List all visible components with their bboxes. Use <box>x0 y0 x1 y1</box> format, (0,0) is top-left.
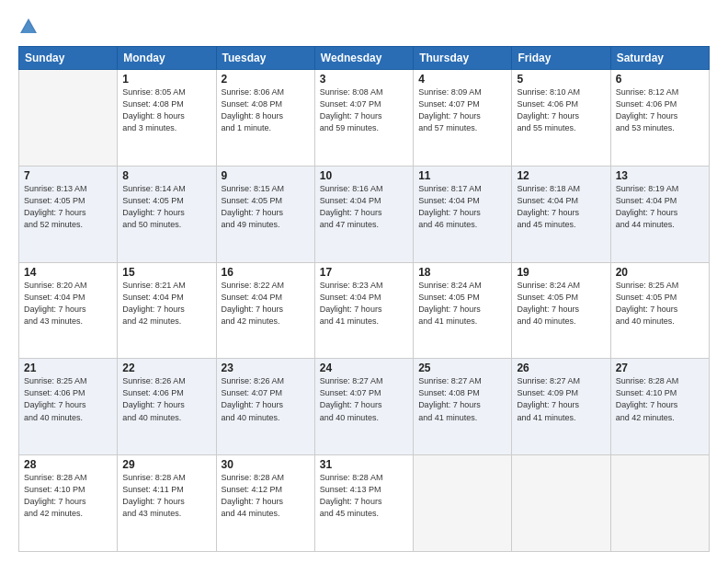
day-info: Sunrise: 8:17 AM Sunset: 4:04 PM Dayligh… <box>418 183 506 231</box>
day-number: 26 <box>517 362 605 374</box>
day-info: Sunrise: 8:26 AM Sunset: 4:06 PM Dayligh… <box>122 375 210 423</box>
logo <box>18 17 42 37</box>
day-number: 10 <box>320 169 408 182</box>
calendar-cell: 9Sunrise: 8:15 AM Sunset: 4:05 PM Daylig… <box>216 166 314 262</box>
calendar-cell: 29Sunrise: 8:28 AM Sunset: 4:11 PM Dayli… <box>118 455 216 552</box>
day-number: 4 <box>418 73 506 86</box>
weekday-header-monday: Monday <box>118 47 216 70</box>
day-number: 1 <box>122 73 210 86</box>
day-number: 29 <box>122 458 210 471</box>
day-info: Sunrise: 8:24 AM Sunset: 4:05 PM Dayligh… <box>418 280 506 327</box>
day-number: 20 <box>616 266 704 279</box>
day-number: 27 <box>616 362 704 374</box>
header <box>18 17 710 37</box>
logo-icon <box>18 17 39 37</box>
calendar-cell: 23Sunrise: 8:26 AM Sunset: 4:07 PM Dayli… <box>216 359 314 455</box>
calendar-cell: 13Sunrise: 8:19 AM Sunset: 4:04 PM Dayli… <box>610 166 709 262</box>
day-number: 13 <box>616 169 704 182</box>
day-number: 28 <box>24 458 112 471</box>
day-number: 19 <box>517 266 605 279</box>
day-info: Sunrise: 8:19 AM Sunset: 4:04 PM Dayligh… <box>616 183 704 231</box>
day-number: 16 <box>222 266 310 279</box>
calendar-cell: 8Sunrise: 8:14 AM Sunset: 4:05 PM Daylig… <box>118 166 216 262</box>
day-info: Sunrise: 8:12 AM Sunset: 4:06 PM Dayligh… <box>616 86 704 134</box>
day-number: 11 <box>418 169 506 182</box>
day-number: 17 <box>320 266 408 279</box>
day-number: 3 <box>320 73 408 86</box>
day-info: Sunrise: 8:28 AM Sunset: 4:10 PM Dayligh… <box>24 472 112 520</box>
calendar-cell: 10Sunrise: 8:16 AM Sunset: 4:04 PM Dayli… <box>314 166 413 262</box>
calendar-cell: 30Sunrise: 8:28 AM Sunset: 4:12 PM Dayli… <box>216 455 314 552</box>
calendar-cell: 11Sunrise: 8:17 AM Sunset: 4:04 PM Dayli… <box>414 166 512 262</box>
calendar-cell: 20Sunrise: 8:25 AM Sunset: 4:05 PM Dayli… <box>610 262 709 359</box>
day-number: 8 <box>122 169 210 182</box>
calendar-cell: 14Sunrise: 8:20 AM Sunset: 4:04 PM Dayli… <box>19 262 118 359</box>
calendar-cell: 4Sunrise: 8:09 AM Sunset: 4:07 PM Daylig… <box>414 70 512 167</box>
day-number: 22 <box>122 362 210 374</box>
week-row-1: 1Sunrise: 8:05 AM Sunset: 4:08 PM Daylig… <box>19 70 710 167</box>
day-number: 6 <box>616 73 704 86</box>
day-info: Sunrise: 8:26 AM Sunset: 4:07 PM Dayligh… <box>222 375 310 423</box>
weekday-header-saturday: Saturday <box>610 47 709 70</box>
week-row-3: 14Sunrise: 8:20 AM Sunset: 4:04 PM Dayli… <box>19 262 710 359</box>
day-info: Sunrise: 8:14 AM Sunset: 4:05 PM Dayligh… <box>122 183 210 231</box>
calendar-cell: 7Sunrise: 8:13 AM Sunset: 4:05 PM Daylig… <box>19 166 118 262</box>
calendar-cell: 17Sunrise: 8:23 AM Sunset: 4:04 PM Dayli… <box>314 262 413 359</box>
day-info: Sunrise: 8:23 AM Sunset: 4:04 PM Dayligh… <box>320 280 408 327</box>
calendar-cell: 25Sunrise: 8:27 AM Sunset: 4:08 PM Dayli… <box>414 359 512 455</box>
calendar-cell: 19Sunrise: 8:24 AM Sunset: 4:05 PM Dayli… <box>512 262 610 359</box>
calendar-cell: 24Sunrise: 8:27 AM Sunset: 4:07 PM Dayli… <box>314 359 413 455</box>
calendar-cell <box>610 455 709 552</box>
day-info: Sunrise: 8:28 AM Sunset: 4:11 PM Dayligh… <box>122 472 210 520</box>
calendar-cell: 15Sunrise: 8:21 AM Sunset: 4:04 PM Dayli… <box>118 262 216 359</box>
day-info: Sunrise: 8:15 AM Sunset: 4:05 PM Dayligh… <box>222 183 310 231</box>
weekday-header-tuesday: Tuesday <box>216 47 314 70</box>
day-info: Sunrise: 8:22 AM Sunset: 4:04 PM Dayligh… <box>222 280 310 327</box>
day-info: Sunrise: 8:06 AM Sunset: 4:08 PM Dayligh… <box>222 86 310 134</box>
week-row-5: 28Sunrise: 8:28 AM Sunset: 4:10 PM Dayli… <box>19 455 710 552</box>
calendar-table: SundayMondayTuesdayWednesdayThursdayFrid… <box>18 46 710 552</box>
calendar-cell: 1Sunrise: 8:05 AM Sunset: 4:08 PM Daylig… <box>118 70 216 167</box>
day-info: Sunrise: 8:25 AM Sunset: 4:06 PM Dayligh… <box>24 375 112 423</box>
day-number: 25 <box>418 362 506 374</box>
weekday-header-sunday: Sunday <box>19 47 118 70</box>
calendar-cell <box>414 455 512 552</box>
calendar-cell: 28Sunrise: 8:28 AM Sunset: 4:10 PM Dayli… <box>19 455 118 552</box>
day-number: 7 <box>24 169 112 182</box>
calendar-cell: 21Sunrise: 8:25 AM Sunset: 4:06 PM Dayli… <box>19 359 118 455</box>
weekday-header-wednesday: Wednesday <box>314 47 413 70</box>
day-number: 2 <box>222 73 310 86</box>
day-number: 21 <box>24 362 112 374</box>
day-info: Sunrise: 8:13 AM Sunset: 4:05 PM Dayligh… <box>24 183 112 231</box>
day-info: Sunrise: 8:18 AM Sunset: 4:04 PM Dayligh… <box>517 183 605 231</box>
calendar-page: SundayMondayTuesdayWednesdayThursdayFrid… <box>0 0 728 563</box>
day-info: Sunrise: 8:25 AM Sunset: 4:05 PM Dayligh… <box>616 280 704 327</box>
calendar-cell: 5Sunrise: 8:10 AM Sunset: 4:06 PM Daylig… <box>512 70 610 167</box>
day-info: Sunrise: 8:28 AM Sunset: 4:10 PM Dayligh… <box>616 375 704 423</box>
week-row-2: 7Sunrise: 8:13 AM Sunset: 4:05 PM Daylig… <box>19 166 710 262</box>
calendar-cell: 22Sunrise: 8:26 AM Sunset: 4:06 PM Dayli… <box>118 359 216 455</box>
weekday-header-row: SundayMondayTuesdayWednesdayThursdayFrid… <box>19 47 710 70</box>
calendar-cell: 12Sunrise: 8:18 AM Sunset: 4:04 PM Dayli… <box>512 166 610 262</box>
day-number: 18 <box>418 266 506 279</box>
week-row-4: 21Sunrise: 8:25 AM Sunset: 4:06 PM Dayli… <box>19 359 710 455</box>
day-number: 24 <box>320 362 408 374</box>
day-number: 15 <box>122 266 210 279</box>
day-number: 5 <box>517 73 605 86</box>
day-number: 30 <box>222 458 310 471</box>
day-info: Sunrise: 8:24 AM Sunset: 4:05 PM Dayligh… <box>517 280 605 327</box>
calendar-cell: 27Sunrise: 8:28 AM Sunset: 4:10 PM Dayli… <box>610 359 709 455</box>
day-number: 9 <box>222 169 310 182</box>
weekday-header-thursday: Thursday <box>414 47 512 70</box>
calendar-cell <box>19 70 118 167</box>
day-info: Sunrise: 8:05 AM Sunset: 4:08 PM Dayligh… <box>122 86 210 134</box>
calendar-cell: 18Sunrise: 8:24 AM Sunset: 4:05 PM Dayli… <box>414 262 512 359</box>
calendar-cell: 6Sunrise: 8:12 AM Sunset: 4:06 PM Daylig… <box>610 70 709 167</box>
calendar-cell: 16Sunrise: 8:22 AM Sunset: 4:04 PM Dayli… <box>216 262 314 359</box>
day-info: Sunrise: 8:27 AM Sunset: 4:09 PM Dayligh… <box>517 375 605 423</box>
calendar-cell: 3Sunrise: 8:08 AM Sunset: 4:07 PM Daylig… <box>314 70 413 167</box>
calendar-cell <box>512 455 610 552</box>
day-number: 23 <box>222 362 310 374</box>
calendar-cell: 2Sunrise: 8:06 AM Sunset: 4:08 PM Daylig… <box>216 70 314 167</box>
day-info: Sunrise: 8:16 AM Sunset: 4:04 PM Dayligh… <box>320 183 408 231</box>
